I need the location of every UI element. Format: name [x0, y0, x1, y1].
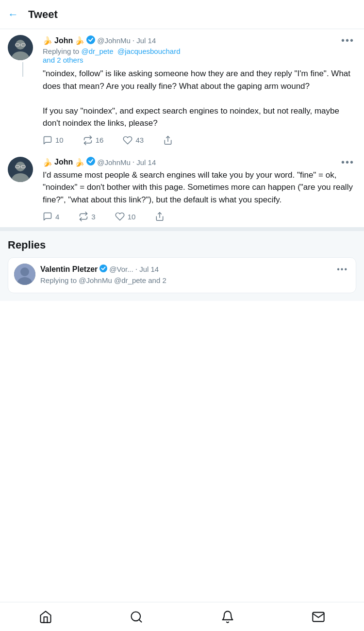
verified-badge-icon [86, 35, 95, 44]
tweet-1-like-count: 43 [135, 136, 144, 144]
tweet-2-text: I'd assume most people & search engines … [43, 169, 356, 206]
reply-1-card: Valentin Pletzer @Vor... · Jul 14 ••• Re… [8, 257, 356, 293]
tweet-1-retweet-button[interactable]: 16 [83, 135, 104, 145]
reply-1-verified [99, 265, 107, 274]
tweet-2-right-col: 🍌 John 🍌 @JohnMu · Jul 14 ••• I [43, 157, 356, 228]
tweet-1-like-button[interactable]: 43 [123, 135, 144, 145]
tweet-1-more-button[interactable]: ••• [339, 35, 356, 46]
page-wrapper: ← Tweet [0, 0, 364, 330]
tweet-1-emoji-right: 🍌 [75, 36, 84, 45]
tweet-2-reply-button[interactable]: 4 [43, 212, 59, 221]
header: ← Tweet [0, 0, 364, 29]
tweet-1-reply-others[interactable]: and 2 others [43, 56, 83, 64]
svg-line-21 [139, 619, 142, 622]
tweet-1-retweet-count: 16 [96, 136, 104, 144]
reply-1-more-button[interactable]: ••• [335, 265, 350, 274]
tweet-2-share-button[interactable] [155, 212, 165, 221]
tweet-1-actions: 10 16 [43, 135, 356, 145]
tweet-1-avatar[interactable] [8, 35, 33, 60]
reply-1-user-info: Valentin Pletzer @Vor... · Jul 14 ••• Re… [40, 265, 350, 284]
tweet-1-left-col [8, 35, 38, 77]
replies-section: Replies Valentin Pletzer [0, 231, 364, 301]
tweet-1-reply-to: Replying to @dr_pete @jacquesbouchard an… [43, 47, 356, 65]
tweet-2-left-col [8, 157, 38, 182]
svg-point-6 [86, 35, 95, 44]
heart-icon [123, 135, 132, 145]
tweet-2-retweet-button[interactable]: 3 [79, 212, 95, 221]
avatar-svg [8, 35, 33, 60]
tweet-1-date: Jul 14 [136, 36, 156, 45]
retweet-icon [83, 135, 93, 145]
tweet-2-emoji-left: 🍌 [43, 158, 52, 167]
tweet-2-reply-count: 4 [55, 213, 59, 221]
tweet-1-right-col: 🍌 John 🍌 @JohnMu · Jul 14 ••• [43, 35, 356, 151]
tweet-1-emoji-left: 🍌 [43, 36, 52, 45]
home-icon [39, 610, 52, 624]
reply-1-header: Valentin Pletzer @Vor... · Jul 14 ••• Re… [14, 264, 350, 285]
reply-1-verified-badge-icon [99, 265, 107, 272]
reply-1-sep: · [135, 265, 137, 274]
tweet-2-more-button[interactable]: ••• [339, 157, 356, 168]
tweet-1-text: "noindex, follow" is like asking someone… [43, 67, 356, 130]
reply-1-preview: Replying to @JohnMu @dr_pete and 2 [40, 276, 350, 284]
tweet-2-handle[interactable]: @JohnMu [97, 158, 131, 166]
tweet-2-date: Jul 14 [136, 158, 156, 166]
tweet-1-reply-count: 10 [55, 136, 64, 144]
replying-to-label: Replying to [43, 47, 79, 55]
svg-point-19 [99, 265, 107, 272]
tweet-2-like-button[interactable]: 10 [115, 212, 136, 221]
tweet-2-avatar-svg [8, 157, 33, 182]
nav-search-button[interactable] [122, 607, 151, 627]
nav-home-button[interactable] [31, 607, 60, 627]
tweet-2-comment-icon [43, 212, 52, 221]
bell-icon [221, 610, 234, 624]
tweet-1: 🍌 John 🍌 @JohnMu · Jul 14 ••• [0, 29, 364, 151]
tweet-2-actions: 4 3 1 [43, 212, 356, 221]
bottom-nav [0, 602, 364, 631]
reply-1-name-row: Valentin Pletzer @Vor... · Jul 14 ••• [40, 265, 350, 274]
reply-1-date: Jul 14 [139, 265, 159, 273]
replies-title: Replies [8, 239, 356, 251]
reply-1-handle[interactable]: @Vor... [109, 265, 133, 273]
reply-1-avatar[interactable] [14, 264, 35, 285]
tweet-2-retweet-count: 3 [91, 213, 95, 221]
thread-line [22, 62, 23, 77]
tweet-2-verified-badge-icon [86, 157, 95, 166]
nav-messages-button[interactable] [304, 607, 333, 627]
tweet-2-username[interactable]: John [54, 158, 73, 166]
tweet-1-reply-user1[interactable]: @dr_pete [82, 47, 114, 55]
tweet-2-share-icon [155, 212, 165, 221]
tweet-2-verified [86, 157, 95, 167]
back-button[interactable]: ← [8, 8, 18, 21]
share-icon [163, 135, 173, 145]
tweet-1-reply-button[interactable]: 10 [43, 135, 64, 145]
tweet-1-username[interactable]: John [54, 36, 73, 45]
svg-point-17 [20, 267, 29, 276]
tweet-2-avatar[interactable] [8, 157, 33, 182]
tweet-1-sep: · [132, 36, 134, 45]
tweet-2: 🍌 John 🍌 @JohnMu · Jul 14 ••• I [0, 151, 364, 232]
reply-1-username[interactable]: Valentin Pletzer [40, 265, 98, 274]
tweet-1-verified [86, 35, 95, 46]
tweet-1-share-button[interactable] [163, 135, 173, 145]
tweet-1-reply-user2[interactable]: @jacquesbouchard [117, 47, 180, 55]
tweet-2-like-count: 10 [128, 213, 136, 221]
reply-1-avatar-svg [14, 264, 35, 285]
comment-icon [43, 135, 52, 145]
tweet-2-heart-icon [115, 212, 125, 221]
tweet-2-emoji-right: 🍌 [75, 158, 84, 167]
page-title: Tweet [28, 8, 58, 21]
nav-notifications-button[interactable] [213, 607, 242, 627]
svg-point-14 [86, 157, 95, 166]
tweet-2-retweet-icon [79, 212, 88, 221]
mail-icon [312, 610, 325, 624]
tweet-1-handle[interactable]: @JohnMu [97, 36, 131, 45]
tweet-2-name-row: 🍌 John 🍌 @JohnMu · Jul 14 ••• [43, 157, 356, 168]
tweet-1-name-row: 🍌 John 🍌 @JohnMu · Jul 14 ••• [43, 35, 356, 46]
search-icon [130, 610, 143, 624]
tweet-2-sep: · [132, 158, 134, 166]
